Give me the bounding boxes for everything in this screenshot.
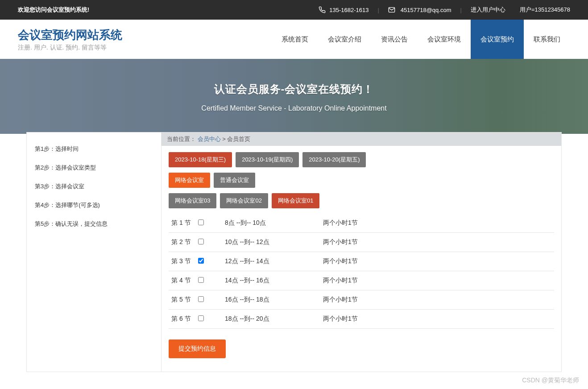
site-subtitle: 注册. 用户. 认证. 预约. 留言等等 [18, 44, 122, 52]
slot-number: 第 2 节 [169, 233, 195, 252]
breadcrumb-prefix: 当前位置： [167, 136, 196, 142]
slot-checkbox[interactable] [198, 277, 204, 283]
time-slot-table: 第 1 节8点 --到-- 10点两个小时1节第 2 节10点 --到-- 12… [169, 214, 554, 329]
slot-time: 14点 --到-- 16点 [222, 271, 320, 290]
site-logo[interactable]: 会议室预约网站系统 注册. 用户. 认证. 预约. 留言等等 [18, 27, 122, 52]
slot-note: 两个小时1节 [320, 310, 554, 329]
room-type-pill[interactable]: 网络会议室 [169, 173, 210, 188]
user-label: 用户=13512345678 [520, 6, 570, 14]
breadcrumb-sep: > [222, 136, 227, 142]
nav-item[interactable]: 会议室环境 [418, 20, 471, 59]
slot-checkbox[interactable] [198, 239, 204, 244]
table-row: 第 3 节12点 --到-- 14点两个小时1节 [169, 252, 554, 271]
table-row: 第 5 节16点 --到-- 18点两个小时1节 [169, 290, 554, 310]
slot-number: 第 4 节 [169, 271, 195, 290]
topbar-phone[interactable]: 135-1682-1613 [329, 7, 369, 13]
room-pill[interactable]: 网络会议室03 [169, 193, 216, 208]
slot-number: 第 1 节 [169, 214, 195, 233]
room-pill[interactable]: 网络会议室01 [272, 193, 319, 208]
table-row: 第 6 节18点 --到-- 20点两个小时1节 [169, 310, 554, 329]
steps-sidebar: 第1步：选择时间第2步：选择会议室类型第3步：选择会议室第4步：选择哪节(可多选… [26, 132, 161, 372]
banner-title-cn: 认证会员服务-会议室在线预约！ [0, 82, 588, 96]
slot-time: 10点 --到-- 12点 [222, 233, 320, 252]
date-pill[interactable]: 2023-10-20(星期五) [302, 152, 366, 167]
site-title: 会议室预约网站系统 [18, 27, 122, 43]
date-pill[interactable]: 2023-10-18(星期三) [169, 152, 232, 167]
separator: | [460, 7, 461, 13]
submit-button[interactable]: 提交预约信息 [169, 339, 226, 358]
main-nav: 系统首页会议室介绍资讯公告会议室环境会议室预约联系我们 [272, 20, 570, 59]
slot-number: 第 3 节 [169, 252, 195, 271]
nav-item[interactable]: 会议室介绍 [318, 20, 371, 59]
user-center-link[interactable]: 进入用户中心 [471, 6, 505, 14]
breadcrumb-link-member-center[interactable]: 会员中心 [198, 136, 221, 142]
watermark: CSDN @黄菊华老师 [522, 377, 579, 385]
slot-note: 两个小时1节 [320, 233, 554, 252]
banner-title-en: Certified Member Service - Laboratory On… [0, 104, 588, 112]
nav-item[interactable]: 联系我们 [524, 20, 570, 59]
date-pill[interactable]: 2023-10-19(星期四) [236, 152, 299, 167]
table-row: 第 1 节8点 --到-- 10点两个小时1节 [169, 214, 554, 233]
top-bar: 欢迎您访问会议室预约系统! 135-1682-1613 | 45157718@q… [0, 0, 588, 20]
slot-note: 两个小时1节 [320, 252, 554, 271]
topbar-email[interactable]: 45157718@qq.com [401, 7, 451, 13]
breadcrumb: 当前位置： 会员中心 > 会员首页 [161, 132, 561, 146]
slot-checkbox[interactable] [198, 219, 204, 225]
slot-time: 12点 --到-- 14点 [222, 252, 320, 271]
room-type-pill[interactable]: 普通会议室 [214, 173, 255, 188]
step-item: 第5步：确认无误，提交信息 [35, 215, 153, 233]
slot-note: 两个小时1节 [320, 290, 554, 310]
step-item: 第2步：选择会议室类型 [35, 158, 153, 177]
separator: | [377, 7, 379, 13]
slot-time: 16点 --到-- 18点 [222, 290, 320, 310]
step-item: 第3步：选择会议室 [35, 177, 153, 196]
room-type-row: 网络会议室普通会议室 [169, 173, 554, 188]
slot-checkbox[interactable] [198, 296, 204, 302]
slot-time: 8点 --到-- 10点 [222, 214, 320, 233]
slot-number: 第 6 节 [169, 310, 195, 329]
table-row: 第 2 节10点 --到-- 12点两个小时1节 [169, 233, 554, 252]
banner: 认证会员服务-会议室在线预约！ Certified Member Service… [0, 59, 588, 134]
nav-item[interactable]: 资讯公告 [371, 20, 418, 59]
step-item: 第1步：选择时间 [35, 140, 153, 158]
room-pill[interactable]: 网络会议室02 [220, 193, 268, 208]
room-row: 网络会议室03网络会议室02网络会议室01 [169, 193, 554, 208]
nav-item[interactable]: 系统首页 [272, 20, 318, 59]
slot-number: 第 5 节 [169, 290, 195, 310]
phone-icon [319, 6, 326, 13]
main-panel: 当前位置： 会员中心 > 会员首页 2023-10-18(星期三)2023-10… [161, 132, 562, 372]
mail-icon [388, 6, 395, 13]
slot-checkbox[interactable] [198, 258, 204, 264]
slot-time: 18点 --到-- 20点 [222, 310, 320, 329]
step-item: 第4步：选择哪节(可多选) [35, 196, 153, 215]
welcome-text: 欢迎您访问会议室预约系统! [18, 6, 89, 14]
header: 会议室预约网站系统 注册. 用户. 认证. 预约. 留言等等 系统首页会议室介绍… [0, 20, 588, 59]
slot-note: 两个小时1节 [320, 214, 554, 233]
slot-checkbox[interactable] [198, 315, 204, 321]
breadcrumb-current: 会员首页 [227, 136, 250, 142]
nav-item[interactable]: 会议室预约 [471, 20, 524, 59]
date-selector-row: 2023-10-18(星期三)2023-10-19(星期四)2023-10-20… [169, 152, 554, 167]
slot-note: 两个小时1节 [320, 271, 554, 290]
table-row: 第 4 节14点 --到-- 16点两个小时1节 [169, 271, 554, 290]
